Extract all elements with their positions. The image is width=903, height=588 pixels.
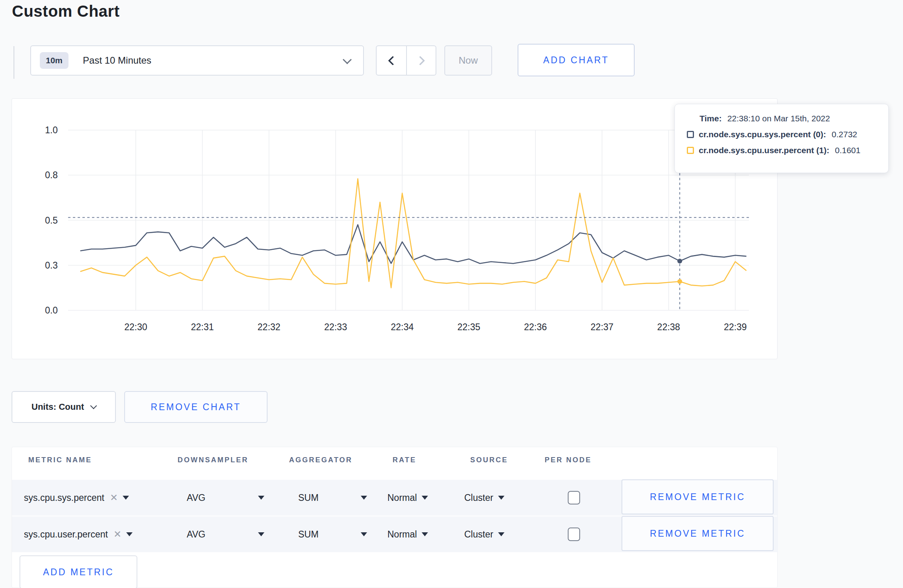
tooltip-time-label: Time: bbox=[700, 114, 722, 123]
caret-down-icon bbox=[123, 496, 129, 500]
tooltip-time-value: 22:38:10 on Mar 15th, 2022 bbox=[727, 114, 830, 123]
remove-chart-button[interactable]: REMOVE CHART bbox=[124, 391, 268, 423]
x-axis-tick-label: 22:30 bbox=[124, 322, 147, 332]
per-node-cell bbox=[568, 516, 580, 552]
source-value: Cluster bbox=[464, 493, 493, 503]
tooltip-series-value: 0.1601 bbox=[835, 146, 860, 155]
caret-down-icon bbox=[422, 496, 428, 500]
col-header-source: SOURCE bbox=[470, 456, 508, 464]
col-header-per-node: PER NODE bbox=[545, 456, 592, 464]
tooltip-series-row: cr.node.sys.cpu.sys.percent (0): 0.2732 bbox=[687, 130, 877, 139]
y-axis-tick-label: 0.3 bbox=[45, 260, 58, 271]
x-axis-tick-label: 22:36 bbox=[524, 322, 547, 332]
tooltip-time-row: Time: 22:38:10 on Mar 15th, 2022 bbox=[687, 114, 877, 123]
time-range-badge: 10m bbox=[40, 52, 68, 69]
y-axis-tick-label: 0.8 bbox=[45, 170, 58, 180]
caret-down-icon bbox=[422, 532, 428, 536]
metrics-table: METRIC NAME DOWNSAMPLER AGGREGATOR RATE … bbox=[12, 447, 778, 588]
tooltip-series-name: cr.node.sys.cpu.user.percent (1): bbox=[699, 146, 829, 155]
time-range-dropdown[interactable]: 10m Past 10 Minutes bbox=[30, 45, 364, 76]
tooltip-series-name: cr.node.sys.cpu.sys.percent (0): bbox=[699, 130, 826, 139]
rate-value: Normal bbox=[387, 529, 417, 540]
col-header-downsampler: DOWNSAMPLER bbox=[178, 456, 248, 464]
y-axis-tick-label: 0.5 bbox=[45, 215, 58, 226]
per-node-checkbox[interactable] bbox=[568, 528, 580, 541]
col-header-metric-name: METRIC NAME bbox=[28, 456, 92, 464]
chevron-down-icon bbox=[90, 403, 97, 409]
next-time-button[interactable] bbox=[406, 46, 436, 75]
chart-card: 0.00.30.50.81.022:3022:3122:3222:3322:34… bbox=[12, 98, 778, 359]
chevron-right-icon bbox=[415, 56, 425, 65]
toolbar-divider bbox=[14, 46, 14, 79]
remove-metric-button[interactable]: REMOVE METRIC bbox=[622, 479, 774, 514]
downsampler-value: AVG bbox=[187, 529, 205, 540]
add-chart-button[interactable]: ADD CHART bbox=[518, 44, 635, 76]
caret-down-icon bbox=[126, 532, 133, 536]
x-axis-tick-label: 22:32 bbox=[258, 322, 281, 332]
downsampler-value: AVG bbox=[187, 493, 205, 503]
col-header-rate: RATE bbox=[393, 456, 416, 464]
units-dropdown[interactable]: Units: Count bbox=[12, 391, 116, 423]
metric-name-dropdown[interactable]: sys.cpu.sys.percent ✕ bbox=[24, 480, 129, 516]
col-header-aggregator: AGGREGATOR bbox=[289, 456, 352, 464]
remove-x-icon[interactable]: ✕ bbox=[113, 529, 121, 540]
y-axis-tick-label: 1.0 bbox=[45, 125, 58, 135]
series-swatch-icon bbox=[687, 147, 694, 154]
units-label: Units: Count bbox=[31, 402, 84, 412]
add-metric-button[interactable]: ADD METRIC bbox=[20, 555, 137, 588]
source-value: Cluster bbox=[464, 529, 493, 540]
rate-value: Normal bbox=[387, 493, 417, 503]
metric-name-value: sys.cpu.sys.percent bbox=[24, 493, 104, 503]
x-axis-tick-label: 22:34 bbox=[391, 322, 414, 332]
tooltip-series-row: cr.node.sys.cpu.user.percent (1): 0.1601 bbox=[687, 146, 877, 155]
caret-down-icon bbox=[258, 532, 264, 536]
aggregator-dropdown[interactable]: SUM bbox=[298, 480, 367, 516]
aggregator-dropdown[interactable]: SUM bbox=[298, 516, 367, 552]
caret-down-icon bbox=[258, 496, 264, 500]
series-swatch-icon bbox=[687, 131, 694, 138]
source-dropdown[interactable]: Cluster bbox=[464, 516, 504, 552]
tooltip-series-value: 0.2732 bbox=[832, 130, 857, 139]
time-range-label: Past 10 Minutes bbox=[83, 55, 151, 66]
x-axis-tick-label: 22:38 bbox=[657, 322, 680, 332]
rate-dropdown[interactable]: Normal bbox=[387, 480, 428, 516]
caret-down-icon bbox=[498, 496, 504, 500]
caret-down-icon bbox=[361, 496, 367, 500]
prev-time-button[interactable] bbox=[377, 46, 406, 75]
now-button[interactable]: Now bbox=[444, 45, 492, 76]
chevron-left-icon bbox=[388, 56, 397, 65]
series-line bbox=[80, 179, 747, 288]
source-dropdown[interactable]: Cluster bbox=[464, 480, 504, 516]
timeseries-chart[interactable]: 0.00.30.50.81.022:3022:3122:3222:3322:34… bbox=[12, 99, 778, 360]
per-node-checkbox[interactable] bbox=[568, 491, 580, 504]
x-axis-tick-label: 22:37 bbox=[590, 322, 614, 332]
caret-down-icon bbox=[498, 532, 504, 536]
metric-name-value: sys.cpu.user.percent bbox=[24, 529, 108, 540]
chevron-down-icon bbox=[343, 55, 352, 64]
aggregator-value: SUM bbox=[298, 529, 319, 540]
x-axis-tick-label: 22:33 bbox=[324, 322, 347, 332]
chart-hover-tooltip: Time: 22:38:10 on Mar 15th, 2022 cr.node… bbox=[674, 104, 889, 173]
hover-point-marker bbox=[677, 279, 682, 284]
metric-name-dropdown[interactable]: sys.cpu.user.percent ✕ bbox=[24, 516, 133, 552]
remove-metric-button[interactable]: REMOVE METRIC bbox=[622, 516, 774, 551]
y-axis-tick-label: 0.0 bbox=[45, 305, 58, 315]
caret-down-icon bbox=[361, 532, 367, 536]
x-axis-tick-label: 22:39 bbox=[724, 322, 747, 332]
downsampler-dropdown[interactable]: AVG bbox=[187, 480, 264, 516]
page-title: Custom Chart bbox=[12, 2, 119, 20]
aggregator-value: SUM bbox=[298, 493, 319, 503]
hover-point-marker bbox=[677, 259, 682, 263]
time-shift-group bbox=[376, 45, 436, 76]
rate-dropdown[interactable]: Normal bbox=[387, 516, 428, 552]
downsampler-dropdown[interactable]: AVG bbox=[187, 516, 264, 552]
remove-x-icon[interactable]: ✕ bbox=[110, 492, 118, 503]
x-axis-tick-label: 22:35 bbox=[457, 322, 481, 332]
x-axis-tick-label: 22:31 bbox=[191, 322, 214, 332]
per-node-cell bbox=[568, 480, 580, 516]
